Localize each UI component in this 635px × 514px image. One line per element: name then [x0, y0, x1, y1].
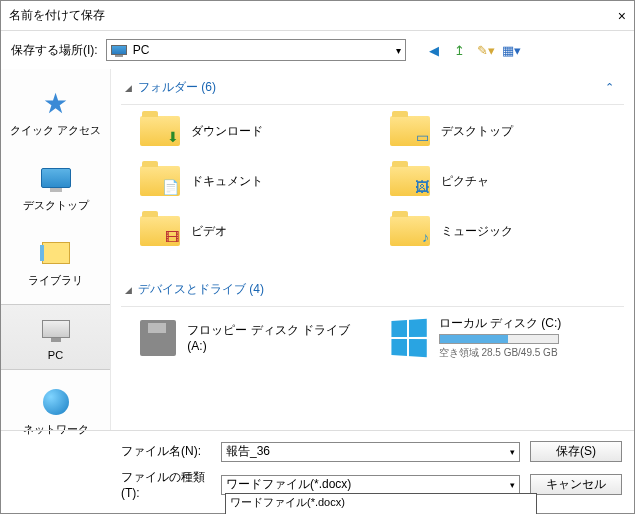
drive-label: ローカル ディスク (C:): [439, 315, 562, 332]
location-label: 保存する場所(I):: [11, 42, 98, 59]
globe-icon: [43, 389, 69, 415]
drive-label: フロッピー ディスク ドライブ (A:): [187, 322, 356, 353]
views-icon[interactable]: ▦▾: [504, 42, 520, 58]
folder-label: デスクトップ: [441, 123, 513, 140]
folder-label: ミュージック: [441, 223, 513, 240]
save-as-dialog: 名前を付けて保存 × 保存する場所(I): PC ▾ ◀ ↥ ✎▾ ▦▾ ★ ク…: [0, 0, 635, 514]
sidebar-item-desktop[interactable]: デスクトップ: [1, 154, 110, 221]
drive-local-c[interactable]: ローカル ディスク (C:) 空き領域 28.5 GB/49.5 GB: [387, 315, 624, 360]
cancel-button[interactable]: キャンセル: [530, 474, 622, 495]
chevron-down-icon: ▾: [510, 480, 515, 490]
windows-drive-icon: [391, 318, 426, 356]
library-icon: [42, 242, 70, 264]
drive-freespace: 空き領域 28.5 GB/49.5 GB: [439, 346, 562, 360]
folder-label: ビデオ: [191, 223, 227, 240]
location-bar: 保存する場所(I): PC ▾ ◀ ↥ ✎▾ ▦▾: [1, 31, 634, 69]
up-icon[interactable]: ↥: [452, 42, 468, 58]
group-header-folders[interactable]: フォルダー (6) ⌃: [121, 69, 624, 102]
form-area: ファイル名(N): 報告_36 ▾ 保存(S) ファイルの種類(T): ワードフ…: [1, 430, 634, 513]
sidebar-item-label: PC: [48, 349, 63, 361]
dialog-title: 名前を付けて保存: [9, 7, 618, 24]
filetype-dropdown[interactable]: ワードファイル(*.docx) ワード97-2003 ファイル(*.doc) E…: [225, 493, 537, 514]
main-area: ★ クイック アクセス デスクトップ ライブラリ PC ネットワーク: [1, 69, 634, 430]
filename-label: ファイル名(N):: [121, 443, 211, 460]
folder-icon: 🎞: [140, 216, 180, 246]
folder-downloads[interactable]: ⬇ ダウンロード: [139, 113, 359, 149]
folder-icon: ▭: [390, 116, 430, 146]
titlebar: 名前を付けて保存 ×: [1, 1, 634, 31]
folder-videos[interactable]: 🎞 ビデオ: [139, 213, 359, 249]
folder-label: ピクチャ: [441, 173, 489, 190]
sidebar-item-label: デスクトップ: [23, 198, 89, 213]
save-button[interactable]: 保存(S): [530, 441, 622, 462]
filename-input[interactable]: 報告_36 ▾: [221, 442, 520, 462]
location-select[interactable]: PC ▾: [106, 39, 406, 61]
places-sidebar: ★ クイック アクセス デスクトップ ライブラリ PC ネットワーク: [1, 69, 111, 430]
folder-label: ドキュメント: [191, 173, 263, 190]
drive-floppy-a[interactable]: フロッピー ディスク ドライブ (A:): [139, 315, 357, 360]
content-pane: フォルダー (6) ⌃ ⬇ ダウンロード ▭ デスクトップ: [111, 69, 634, 430]
location-value: PC: [133, 43, 150, 57]
floppy-icon: [140, 320, 176, 356]
folder-icon: 📄: [140, 166, 180, 196]
folder-icon: ♪: [390, 216, 430, 246]
sidebar-item-libraries[interactable]: ライブラリ: [1, 229, 110, 296]
star-icon: ★: [43, 87, 68, 120]
sidebar-item-pc[interactable]: PC: [1, 304, 110, 370]
folder-icon: ⬇: [140, 116, 180, 146]
folder-label: ダウンロード: [191, 123, 263, 140]
filetype-option[interactable]: ワードファイル(*.docx): [226, 494, 536, 511]
sidebar-item-label: ライブラリ: [28, 273, 83, 288]
folder-music[interactable]: ♪ ミュージック: [389, 213, 609, 249]
sidebar-item-quick-access[interactable]: ★ クイック アクセス: [1, 79, 110, 146]
filetype-select[interactable]: ワードファイル(*.docx) ▾: [221, 475, 520, 495]
sidebar-item-label: クイック アクセス: [10, 123, 101, 138]
new-folder-icon[interactable]: ✎▾: [478, 42, 494, 58]
group-header-drives[interactable]: デバイスとドライブ (4): [121, 271, 624, 304]
folder-icon: 🖼: [390, 166, 430, 196]
folder-desktop[interactable]: ▭ デスクトップ: [389, 113, 609, 149]
pc-icon: [111, 45, 127, 55]
folder-documents[interactable]: 📄 ドキュメント: [139, 163, 359, 199]
drives-grid: フロッピー ディスク ドライブ (A:) ローカル ディスク (C:) 空き領域…: [121, 315, 624, 382]
divider: [121, 104, 624, 105]
close-icon[interactable]: ×: [618, 8, 626, 24]
chevron-down-icon: ▾: [510, 447, 515, 457]
monitor-icon: [41, 168, 71, 188]
location-toolbar: ◀ ↥ ✎▾ ▦▾: [426, 42, 520, 58]
back-icon[interactable]: ◀: [426, 42, 442, 58]
drive-capacity-bar: [439, 334, 559, 344]
folders-grid: ⬇ ダウンロード ▭ デスクトップ 📄 ドキュメント 🖼 ピ: [121, 113, 624, 271]
divider: [121, 306, 624, 307]
pc-icon: [42, 320, 70, 338]
folder-pictures[interactable]: 🖼 ピクチャ: [389, 163, 609, 199]
collapse-icon[interactable]: ⌃: [605, 81, 620, 94]
chevron-down-icon: ▾: [396, 45, 401, 56]
filetype-label: ファイルの種類(T):: [121, 469, 211, 500]
